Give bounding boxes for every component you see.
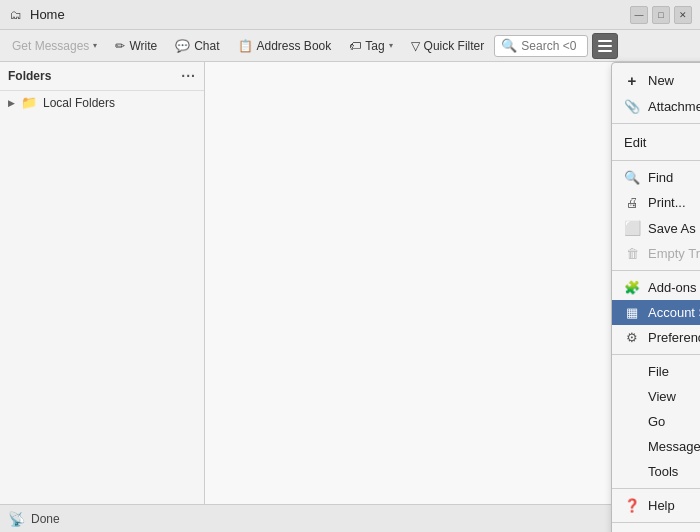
file-label: File <box>648 364 700 379</box>
separator-2 <box>612 160 700 161</box>
view-label: View <box>648 389 700 404</box>
chat-icon: 💬 <box>175 39 190 53</box>
find-label: Find <box>648 170 700 185</box>
attachments-label: Attachments <box>648 99 700 114</box>
tag-button[interactable]: 🏷 Tag ▾ <box>341 33 400 59</box>
search-icon: 🔍 <box>501 38 517 53</box>
menu-edit-row: Edit ✂ ⧉ 📋 › <box>612 128 700 156</box>
address-book-label: Address Book <box>257 39 332 53</box>
sidebar-more-button[interactable]: ··· <box>181 68 196 84</box>
menu-item-save-as[interactable]: ⬜ Save As › <box>612 215 700 241</box>
folder-icon: 📁 <box>21 95 37 110</box>
toolbar: Get Messages ▾ ✏ Write 💬 Chat 📋 Address … <box>0 30 700 62</box>
print-icon: 🖨 <box>624 195 640 210</box>
menu-item-addons[interactable]: 🧩 Add-ons and Themes <box>612 275 700 300</box>
minimize-button[interactable]: — <box>630 6 648 24</box>
help-icon: ❓ <box>624 498 640 513</box>
preferences-label: Preferences <box>648 330 700 345</box>
content-area: + New › 📎 Attachments › Edit ✂ ⧉ 📋 › <box>205 62 700 504</box>
menu-item-print[interactable]: 🖨 Print... Ctrl+P <box>612 190 700 215</box>
sidebar-item-local-folders[interactable]: ▶ 📁 Local Folders <box>0 91 204 114</box>
title-bar-title: Home <box>30 7 65 22</box>
separator-4 <box>612 354 700 355</box>
menu-item-preferences[interactable]: ⚙ Preferences <box>612 325 700 350</box>
filter-icon: ▽ <box>411 39 420 53</box>
message-label: Message <box>648 439 700 454</box>
separator-1 <box>612 123 700 124</box>
status-icon: 📡 <box>8 511 25 527</box>
tag-icon: 🏷 <box>349 39 361 53</box>
go-label: Go <box>648 414 700 429</box>
chat-label: Chat <box>194 39 219 53</box>
separator-5 <box>612 488 700 489</box>
title-bar-controls: — □ ✕ <box>630 6 692 24</box>
empty-trash-label: Empty Trash <box>648 246 700 261</box>
write-icon: ✏ <box>115 39 125 53</box>
menu-item-attachments[interactable]: 📎 Attachments › <box>612 94 700 119</box>
trash-icon: 🗑 <box>624 246 640 261</box>
dropdown-menu: + New › 📎 Attachments › Edit ✂ ⧉ 📋 › <box>611 62 700 532</box>
menu-item-go[interactable]: Go › <box>612 409 700 434</box>
preferences-icon: ⚙ <box>624 330 640 345</box>
help-label: Help <box>648 498 700 513</box>
status-bar: 📡 Done <box>0 504 700 532</box>
search-input[interactable] <box>521 39 581 53</box>
title-bar: 🗂 Home — □ ✕ <box>0 0 700 30</box>
save-as-label: Save As <box>648 221 700 236</box>
write-button[interactable]: ✏ Write <box>107 33 165 59</box>
sidebar: Folders ··· ▶ 📁 Local Folders <box>0 62 205 504</box>
maximize-button[interactable]: □ <box>652 6 670 24</box>
menu-item-empty-trash[interactable]: 🗑 Empty Trash <box>612 241 700 266</box>
find-icon: 🔍 <box>624 170 640 185</box>
menu-item-find[interactable]: 🔍 Find › <box>612 165 700 190</box>
attachments-icon: 📎 <box>624 99 640 114</box>
folders-label: Folders <box>8 69 51 83</box>
get-messages-button[interactable]: Get Messages ▾ <box>4 33 105 59</box>
menu-item-help[interactable]: ❓ Help › <box>612 493 700 518</box>
edit-label: Edit <box>624 135 700 150</box>
get-messages-arrow: ▾ <box>93 41 97 50</box>
account-settings-icon: ▦ <box>624 305 640 320</box>
close-button[interactable]: ✕ <box>674 6 692 24</box>
status-text: Done <box>31 512 60 526</box>
get-messages-label: Get Messages <box>12 39 89 53</box>
menu-item-view[interactable]: View › <box>612 384 700 409</box>
separator-3 <box>612 270 700 271</box>
menu-item-file[interactable]: File › <box>612 359 700 384</box>
hamburger-line-1 <box>598 40 612 42</box>
separator-6 <box>612 522 700 523</box>
hamburger-line-3 <box>598 50 612 52</box>
address-book-icon: 📋 <box>238 39 253 53</box>
write-label: Write <box>129 39 157 53</box>
quick-filter-button[interactable]: ▽ Quick Filter <box>403 33 493 59</box>
menu-item-tools[interactable]: Tools › <box>612 459 700 484</box>
menu-item-quit[interactable]: ⏻ Quit <box>612 527 700 532</box>
tag-label: Tag <box>365 39 384 53</box>
addons-icon: 🧩 <box>624 280 640 295</box>
hamburger-line-2 <box>598 45 612 47</box>
address-book-button[interactable]: 📋 Address Book <box>230 33 340 59</box>
menu-item-new[interactable]: + New › <box>612 67 700 94</box>
addons-label: Add-ons and Themes <box>648 280 700 295</box>
tag-arrow: ▾ <box>389 41 393 50</box>
new-label: New <box>648 73 700 88</box>
title-bar-icon: 🗂 <box>8 7 24 23</box>
search-box[interactable]: 🔍 <box>494 35 588 57</box>
new-icon: + <box>624 72 640 89</box>
menu-item-account-settings[interactable]: ▦ Account Settings <box>612 300 700 325</box>
hamburger-menu-button[interactable] <box>592 33 618 59</box>
sidebar-header: Folders ··· <box>0 62 204 91</box>
chat-button[interactable]: 💬 Chat <box>167 33 227 59</box>
menu-item-message[interactable]: Message › <box>612 434 700 459</box>
account-settings-label: Account Settings <box>648 305 700 320</box>
local-folders-label: Local Folders <box>43 96 115 110</box>
tools-label: Tools <box>648 464 700 479</box>
expand-arrow-icon: ▶ <box>8 98 15 108</box>
save-as-icon: ⬜ <box>624 220 640 236</box>
print-label: Print... <box>648 195 700 210</box>
main-area: Folders ··· ▶ 📁 Local Folders + New › 📎 … <box>0 62 700 504</box>
quick-filter-label: Quick Filter <box>424 39 485 53</box>
